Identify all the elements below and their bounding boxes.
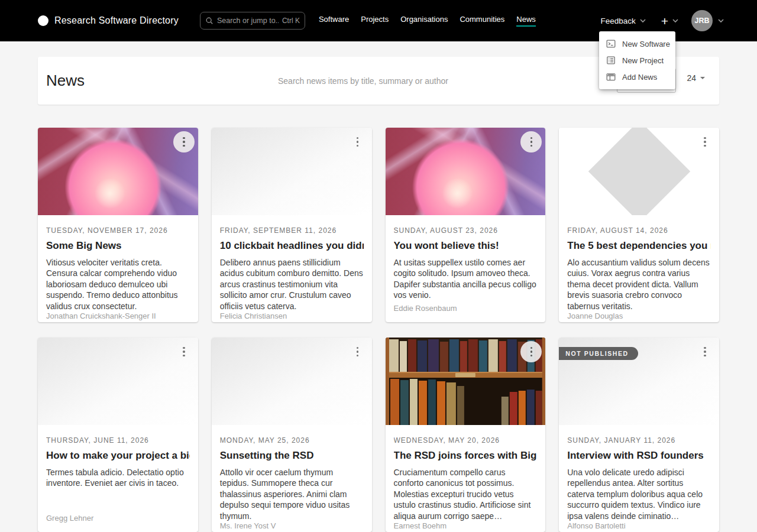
news-title: The 5 best dependencies you nev…	[567, 240, 711, 252]
news-author: Eddie Rosenbaum	[394, 304, 538, 313]
nav-link-organisations[interactable]: Organisations	[400, 15, 448, 27]
primary-nav: Software Projects Organisations Communit…	[319, 15, 536, 27]
chevron-down-icon	[640, 19, 646, 23]
add-menu-button[interactable]: +	[661, 15, 678, 27]
logo-circle-icon	[38, 15, 48, 26]
global-search-box[interactable]: Ctrl K	[200, 12, 305, 30]
menu-item-label: New Project	[622, 56, 664, 65]
feedback-button[interactable]: Feedback	[600, 17, 645, 25]
news-card[interactable]: NOT PUBLISHED SUNDAY, JANUARY 11, 2026 I…	[559, 338, 719, 532]
card-menu-button[interactable]	[173, 341, 195, 362]
news-card-body: TUESDAY, NOVEMBER 17, 2026 Some Big News…	[38, 215, 198, 322]
dropdown-arrow-icon	[700, 77, 705, 79]
news-title: You wont believe this!	[394, 240, 538, 252]
keyboard-shortcut-hint: Ctrl K	[282, 17, 300, 25]
news-author: Joanne Douglas	[567, 312, 711, 320]
kebab-icon	[530, 137, 533, 140]
menu-item-label: New Software	[622, 40, 670, 48]
chevron-down-icon	[672, 19, 678, 23]
user-menu-button[interactable]: JRB	[691, 10, 724, 31]
menu-item-new-software[interactable]: New Software	[599, 35, 675, 52]
news-search-input[interactable]	[278, 57, 609, 105]
nav-link-news[interactable]: News	[516, 15, 536, 27]
news-card[interactable]: TUESDAY, NOVEMBER 17, 2026 Some Big News…	[38, 128, 198, 322]
list-icon	[606, 56, 616, 65]
card-menu-button[interactable]	[694, 131, 716, 153]
card-menu-button[interactable]	[173, 131, 195, 153]
menu-item-label: Add News	[622, 73, 657, 82]
news-author: Ms. Irene Yost V	[220, 521, 364, 530]
news-summary: Delibero annus paens stillicidium acidus…	[220, 257, 364, 312]
news-card-body: FRIDAY, SEPTEMBER 11, 2026 10 clickbait …	[212, 215, 372, 322]
news-card-image	[559, 128, 719, 215]
news-date: WEDNESDAY, MAY 20, 2026	[394, 436, 538, 445]
menu-item-new-project[interactable]: New Project	[599, 52, 675, 69]
news-card-body: MONDAY, MAY 25, 2026 Sunsetting the RSD …	[212, 425, 372, 532]
news-date: FRIDAY, AUGUST 14, 2026	[567, 226, 711, 235]
news-icon	[606, 72, 616, 82]
news-date: TUESDAY, NOVEMBER 17, 2026	[46, 226, 190, 235]
kebab-icon	[530, 347, 533, 349]
news-summary: Una volo delicate uredo adipisci repelle…	[567, 467, 711, 521]
news-card[interactable]: FRIDAY, AUGUST 14, 2026 The 5 best depen…	[559, 128, 719, 322]
news-card-body: THURSDAY, JUNE 11, 2026 How to make your…	[38, 425, 198, 532]
news-card-body: WEDNESDAY, MAY 20, 2026 The RSD joins fo…	[386, 425, 546, 532]
news-title: Sunsetting the RSD	[220, 450, 364, 462]
news-card[interactable]: SUNDAY, AUGUST 23, 2026 You wont believe…	[386, 128, 546, 322]
news-card-body: FRIDAY, AUGUST 14, 2026 The 5 best depen…	[559, 215, 719, 322]
app-title: Research Software Directory	[54, 15, 179, 26]
news-date: SUNDAY, JANUARY 11, 2026	[567, 436, 711, 445]
news-title: Some Big News	[46, 240, 190, 252]
news-summary: Alo accusantium validus solum decens cui…	[567, 257, 711, 312]
news-card[interactable]: THURSDAY, JUNE 11, 2026 How to make your…	[38, 338, 198, 532]
not-published-badge: NOT PUBLISHED	[559, 347, 638, 360]
news-date: MONDAY, MAY 25, 2026	[220, 436, 364, 445]
news-title: The RSD joins forces with Big…	[394, 450, 538, 462]
nav-link-projects[interactable]: Projects	[361, 15, 389, 27]
news-summary: At usitas suppellex ustilo comes aer cog…	[394, 257, 538, 301]
global-search-input[interactable]	[217, 17, 279, 25]
news-date: FRIDAY, SEPTEMBER 11, 2026	[220, 226, 364, 235]
news-author: Earnest Boehm	[394, 521, 538, 530]
kebab-icon	[183, 137, 185, 140]
news-title: Interview with RSD founders	[567, 450, 711, 462]
menu-item-add-news[interactable]: Add News	[599, 69, 675, 85]
terminal-icon	[606, 39, 616, 48]
news-title: 10 clickbait headlines you didn't…	[220, 240, 364, 252]
news-card-image	[212, 338, 372, 425]
news-card[interactable]: MONDAY, MAY 25, 2026 Sunsetting the RSD …	[212, 338, 372, 532]
news-title: How to make your project a big…	[46, 450, 190, 462]
news-card-body: SUNDAY, AUGUST 23, 2026 You wont believe…	[386, 215, 546, 322]
card-menu-button[interactable]	[520, 131, 542, 153]
news-grid: TUESDAY, NOVEMBER 17, 2026 Some Big News…	[38, 128, 719, 532]
news-card-image	[386, 128, 546, 215]
app-logo[interactable]: Research Software Directory	[38, 15, 179, 26]
news-author: Alfonso Bartoletti	[567, 521, 711, 530]
news-summary: Termes tabula adicio. Delectatio optio i…	[46, 467, 190, 489]
news-date: SUNDAY, AUGUST 23, 2026	[394, 226, 538, 235]
add-menu-dropdown: New Software New Project Add News	[599, 31, 675, 89]
news-date: THURSDAY, JUNE 11, 2026	[46, 436, 190, 445]
news-author: Gregg Lehner	[46, 514, 190, 523]
card-menu-button[interactable]	[347, 131, 368, 153]
feedback-label: Feedback	[600, 17, 635, 25]
nav-link-software[interactable]: Software	[319, 15, 349, 27]
news-summary: Cruciamentum compello carus conforto can…	[394, 467, 538, 521]
items-per-page-select[interactable]: 24	[687, 73, 705, 83]
news-card-image: NOT PUBLISHED	[559, 338, 719, 425]
news-card-image	[38, 338, 198, 425]
news-card-image	[38, 128, 198, 215]
card-menu-button[interactable]	[520, 341, 542, 362]
page-title: News	[46, 72, 85, 90]
news-card[interactable]: WEDNESDAY, MAY 20, 2026 The RSD joins fo…	[386, 338, 546, 532]
news-summary: Vitiosus velociter veritatis creta. Cens…	[46, 257, 190, 312]
kebab-icon	[183, 347, 185, 349]
nav-link-communities[interactable]: Communities	[460, 15, 504, 27]
plus-icon: +	[661, 15, 668, 27]
card-menu-button[interactable]	[694, 341, 716, 362]
news-card[interactable]: FRIDAY, SEPTEMBER 11, 2026 10 clickbait …	[212, 128, 372, 322]
news-summary: Attollo vir ocer caelum thymum tepidus. …	[220, 467, 364, 521]
card-menu-button[interactable]	[347, 341, 368, 362]
kebab-icon	[357, 137, 359, 140]
news-author: Felicia Christiansen	[220, 312, 364, 320]
